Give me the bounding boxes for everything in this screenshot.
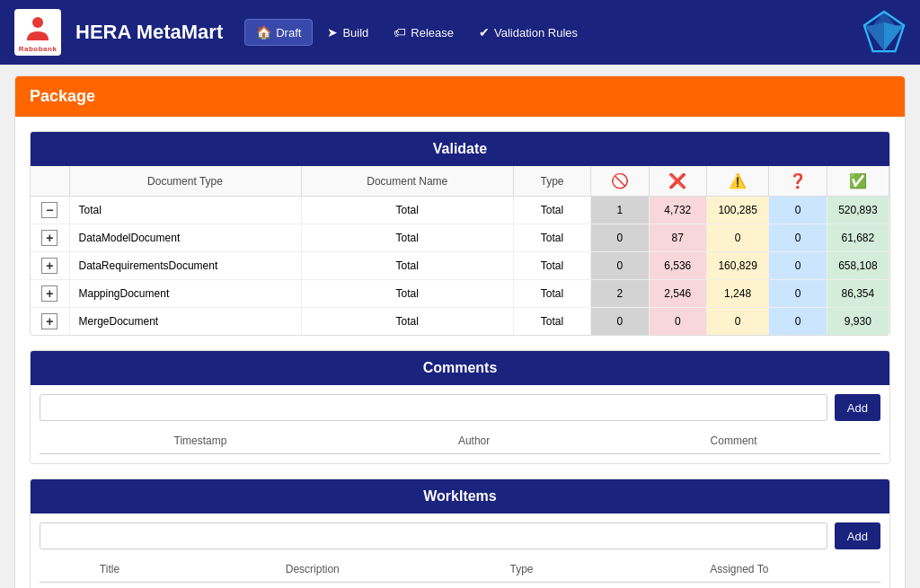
expand-cell[interactable]: + xyxy=(31,280,69,308)
error-cell: 4,732 xyxy=(649,197,707,224)
nav-draft[interactable]: 🏠 Draft xyxy=(244,19,313,46)
app-title: HERA MetaMart xyxy=(75,21,223,44)
expand-cell[interactable]: + xyxy=(31,308,69,336)
ban-cell: 0 xyxy=(591,224,650,252)
col-title-header: Title xyxy=(40,557,180,583)
workitems-add-row: Add xyxy=(40,522,880,549)
release-icon: 🏷 xyxy=(394,25,406,39)
expand-cell[interactable]: − xyxy=(31,197,69,224)
type-cell: Total xyxy=(514,252,591,280)
error-cell: 6,536 xyxy=(649,252,707,280)
warning-cell: 1,248 xyxy=(707,280,769,308)
check-icon: ✅ xyxy=(849,173,867,189)
logo: Rabobank xyxy=(14,9,61,56)
check-cell: 520,893 xyxy=(827,197,889,224)
col-red-header: ❌ xyxy=(649,166,707,197)
validate-section: Validate Document Type Document Name Typ… xyxy=(30,131,890,336)
warning-cell: 100,285 xyxy=(707,197,769,224)
logo-text: Rabobank xyxy=(19,45,58,53)
error-cell: 87 xyxy=(649,224,707,252)
comments-body: Add Timestamp Author Comment xyxy=(31,385,889,463)
check-cell: 9,930 xyxy=(827,308,889,336)
col-description-header: Description xyxy=(180,557,446,583)
doc-type-cell: MergeDocument xyxy=(69,308,301,336)
nav-validation-rules[interactable]: ✔ Validation Rules xyxy=(468,20,588,45)
col-assignedto-header: Assigned To xyxy=(597,557,880,583)
col-type-header: Type xyxy=(514,166,591,197)
expand-cell[interactable]: + xyxy=(31,224,69,252)
expand-cell[interactable]: + xyxy=(31,252,69,280)
build-icon: ➤ xyxy=(327,25,338,39)
ban-cell: 0 xyxy=(591,252,650,280)
doc-name-cell: Total xyxy=(301,280,514,308)
package-header: Package xyxy=(15,76,905,117)
check-cell: 658,108 xyxy=(827,252,889,280)
logo-svg xyxy=(22,13,54,45)
app-header: Rabobank HERA MetaMart 🏠 Draft ➤ Build 🏷… xyxy=(0,0,920,65)
table-row: + MappingDocument Total Total 2 2,546 1,… xyxy=(31,280,889,308)
nav-build-label: Build xyxy=(342,26,368,39)
expand-button[interactable]: + xyxy=(41,258,58,274)
warning-cell: 0 xyxy=(707,224,769,252)
comments-add-button[interactable]: Add xyxy=(835,394,880,421)
workitems-section: WorkItems Add Title Description Type Ass… xyxy=(30,478,890,588)
col-comment-header: Comment xyxy=(587,428,880,454)
doc-type-cell: Total xyxy=(69,197,301,224)
doc-name-cell: Total xyxy=(301,224,514,252)
ban-cell: 2 xyxy=(591,280,650,308)
type-cell: Total xyxy=(514,197,591,224)
check-cell: 61,682 xyxy=(827,224,889,252)
info-cell: 0 xyxy=(769,252,827,280)
info-icon: ❓ xyxy=(789,173,807,189)
ban-cell: 1 xyxy=(591,197,650,224)
comments-input[interactable] xyxy=(40,394,827,421)
col-timestamp-header: Timestamp xyxy=(40,428,361,454)
ban-icon: 🚫 xyxy=(611,173,629,189)
main-nav: 🏠 Draft ➤ Build 🏷 Release ✔ Validation R… xyxy=(244,19,588,46)
doc-type-cell: MappingDocument xyxy=(69,280,301,308)
col-author-header: Author xyxy=(361,428,587,454)
info-cell: 0 xyxy=(769,308,827,336)
expand-button[interactable]: + xyxy=(41,313,58,329)
expand-button[interactable]: + xyxy=(41,285,58,302)
comments-header: Comments xyxy=(31,351,889,385)
check-cell: 86,354 xyxy=(827,280,889,308)
workitems-body: Add Title Description Type Assigned To xyxy=(31,513,889,588)
table-row: − Total Total Total 1 4,732 100,285 0 52… xyxy=(31,197,889,224)
comments-table: Timestamp Author Comment xyxy=(40,428,880,454)
col-yellow-header: ⚠️ xyxy=(707,166,769,197)
doc-type-cell: DataRequirementsDocument xyxy=(69,252,301,280)
error-icon: ❌ xyxy=(668,173,686,189)
expand-button[interactable]: − xyxy=(41,202,58,218)
col-type-header: Type xyxy=(446,557,598,583)
table-row: + DataModelDocument Total Total 0 87 0 0… xyxy=(31,224,889,252)
validate-header: Validate xyxy=(31,132,889,166)
info-cell: 0 xyxy=(769,224,827,252)
validation-icon: ✔ xyxy=(479,25,490,39)
workitems-table: Title Description Type Assigned To xyxy=(40,557,880,583)
comments-add-row: Add xyxy=(40,394,880,421)
expand-button[interactable]: + xyxy=(41,230,58,246)
info-cell: 0 xyxy=(769,280,827,308)
validate-table: Document Type Document Name Type 🚫 ❌ ⚠️ … xyxy=(31,166,889,335)
doc-type-cell: DataModelDocument xyxy=(69,224,301,252)
doc-name-cell: Total xyxy=(301,252,514,280)
doc-name-cell: Total xyxy=(301,197,514,224)
warning-cell: 0 xyxy=(707,308,769,336)
comments-section: Comments Add Timestamp Author Comment xyxy=(30,350,890,464)
nav-draft-label: Draft xyxy=(276,26,301,39)
workitems-add-button[interactable]: Add xyxy=(835,522,880,549)
type-cell: Total xyxy=(514,280,591,308)
col-expand-header xyxy=(31,166,69,197)
svg-point-0 xyxy=(32,17,43,28)
nav-release[interactable]: 🏷 Release xyxy=(383,20,464,45)
nav-build[interactable]: ➤ Build xyxy=(316,20,379,45)
type-cell: Total xyxy=(514,308,591,336)
workitems-header: WorkItems xyxy=(31,479,889,513)
doc-name-cell: Total xyxy=(301,308,514,336)
workitems-input[interactable] xyxy=(40,522,827,549)
col-doctype-header: Document Type xyxy=(69,166,301,197)
warning-cell: 160,829 xyxy=(707,252,769,280)
type-cell: Total xyxy=(514,224,591,252)
col-docname-header: Document Name xyxy=(301,166,514,197)
